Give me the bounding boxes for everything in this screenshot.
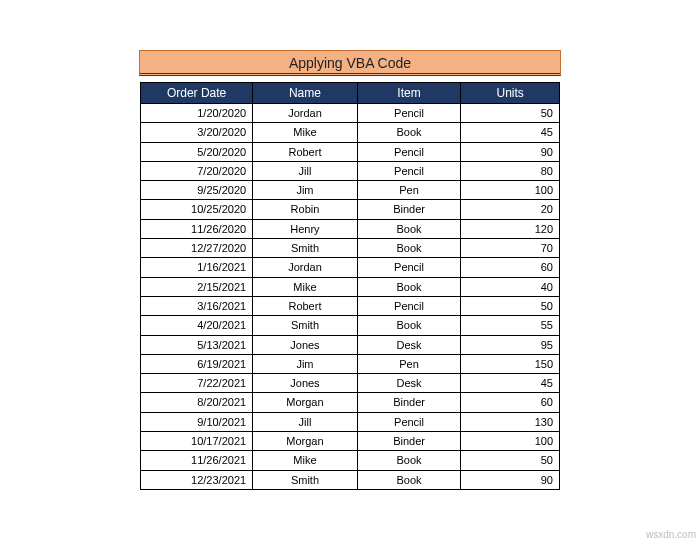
cell-name: Robert [253, 296, 358, 315]
table-row: 7/22/2021JonesDesk45 [141, 374, 560, 393]
cell-item: Book [357, 239, 461, 258]
cell-name: Mike [253, 123, 358, 142]
table-row: 12/27/2020SmithBook70 [141, 239, 560, 258]
cell-order-date: 5/20/2020 [141, 142, 253, 161]
cell-name: Robert [253, 142, 358, 161]
cell-item: Pencil [357, 412, 461, 431]
print-preview-page: Applying VBA Code Order Date Name Item U… [0, 0, 700, 542]
table-row: 7/20/2020JillPencil80 [141, 161, 560, 180]
cell-order-date: 8/20/2021 [141, 393, 253, 412]
cell-units: 150 [461, 354, 560, 373]
col-units: Units [461, 83, 560, 104]
cell-units: 55 [461, 316, 560, 335]
table-row: 3/20/2020MikeBook45 [141, 123, 560, 142]
cell-item: Pencil [357, 161, 461, 180]
table-header: Order Date Name Item Units [141, 83, 560, 104]
cell-units: 95 [461, 335, 560, 354]
cell-order-date: 6/19/2021 [141, 354, 253, 373]
cell-name: Jim [253, 354, 358, 373]
cell-name: Robin [253, 200, 358, 219]
table-row: 1/16/2021JordanPencil60 [141, 258, 560, 277]
table-row: 10/17/2021MorganBinder100 [141, 432, 560, 451]
col-name: Name [253, 83, 358, 104]
table-row: 2/15/2021MikeBook40 [141, 277, 560, 296]
table-row: 6/19/2021JimPen150 [141, 354, 560, 373]
table-row: 5/20/2020RobertPencil90 [141, 142, 560, 161]
cell-item: Book [357, 470, 461, 489]
cell-units: 130 [461, 412, 560, 431]
table-row: 9/25/2020JimPen100 [141, 181, 560, 200]
cell-item: Pen [357, 181, 461, 200]
cell-order-date: 12/27/2020 [141, 239, 253, 258]
cell-order-date: 7/22/2021 [141, 374, 253, 393]
cell-name: Smith [253, 239, 358, 258]
cell-item: Book [357, 219, 461, 238]
cell-order-date: 9/10/2021 [141, 412, 253, 431]
table-row: 4/20/2021SmithBook55 [141, 316, 560, 335]
table-row: 12/23/2021SmithBook90 [141, 470, 560, 489]
cell-order-date: 10/25/2020 [141, 200, 253, 219]
cell-units: 90 [461, 142, 560, 161]
table-body: 1/20/2020JordanPencil503/20/2020MikeBook… [141, 104, 560, 490]
cell-name: Jones [253, 374, 358, 393]
cell-name: Jill [253, 161, 358, 180]
cell-order-date: 9/25/2020 [141, 181, 253, 200]
cell-units: 100 [461, 181, 560, 200]
cell-units: 45 [461, 123, 560, 142]
table-row: 11/26/2021MikeBook50 [141, 451, 560, 470]
table-row: 3/16/2021RobertPencil50 [141, 296, 560, 315]
cell-item: Pencil [357, 296, 461, 315]
cell-item: Binder [357, 393, 461, 412]
cell-order-date: 4/20/2021 [141, 316, 253, 335]
cell-units: 60 [461, 258, 560, 277]
title-text: Applying VBA Code [289, 55, 411, 71]
cell-order-date: 1/20/2020 [141, 104, 253, 123]
cell-item: Desk [357, 374, 461, 393]
cell-item: Desk [357, 335, 461, 354]
cell-name: Smith [253, 470, 358, 489]
col-item: Item [357, 83, 461, 104]
cell-order-date: 3/16/2021 [141, 296, 253, 315]
cell-order-date: 12/23/2021 [141, 470, 253, 489]
cell-item: Binder [357, 432, 461, 451]
cell-name: Smith [253, 316, 358, 335]
table-row: 9/10/2021JillPencil130 [141, 412, 560, 431]
cell-units: 50 [461, 451, 560, 470]
cell-name: Henry [253, 219, 358, 238]
cell-name: Jordan [253, 104, 358, 123]
cell-item: Pen [357, 354, 461, 373]
cell-order-date: 2/15/2021 [141, 277, 253, 296]
table-row: 11/26/2020HenryBook120 [141, 219, 560, 238]
table-row: 10/25/2020RobinBinder20 [141, 200, 560, 219]
cell-name: Morgan [253, 432, 358, 451]
cell-name: Jill [253, 412, 358, 431]
cell-item: Binder [357, 200, 461, 219]
cell-item: Book [357, 277, 461, 296]
cell-name: Jones [253, 335, 358, 354]
table-row: 8/20/2021MorganBinder60 [141, 393, 560, 412]
cell-units: 60 [461, 393, 560, 412]
cell-item: Pencil [357, 258, 461, 277]
cell-order-date: 5/13/2021 [141, 335, 253, 354]
cell-order-date: 10/17/2021 [141, 432, 253, 451]
cell-units: 20 [461, 200, 560, 219]
cell-order-date: 1/16/2021 [141, 258, 253, 277]
watermark: wsxdn.com [646, 529, 696, 540]
cell-units: 40 [461, 277, 560, 296]
cell-units: 70 [461, 239, 560, 258]
cell-order-date: 7/20/2020 [141, 161, 253, 180]
cell-item: Book [357, 316, 461, 335]
page-title: Applying VBA Code [139, 50, 561, 76]
cell-units: 45 [461, 374, 560, 393]
table-row: 5/13/2021JonesDesk95 [141, 335, 560, 354]
cell-name: Morgan [253, 393, 358, 412]
cell-order-date: 3/20/2020 [141, 123, 253, 142]
cell-units: 120 [461, 219, 560, 238]
col-order-date: Order Date [141, 83, 253, 104]
cell-units: 50 [461, 296, 560, 315]
cell-order-date: 11/26/2020 [141, 219, 253, 238]
cell-units: 90 [461, 470, 560, 489]
cell-name: Jordan [253, 258, 358, 277]
table-row: 1/20/2020JordanPencil50 [141, 104, 560, 123]
cell-units: 100 [461, 432, 560, 451]
